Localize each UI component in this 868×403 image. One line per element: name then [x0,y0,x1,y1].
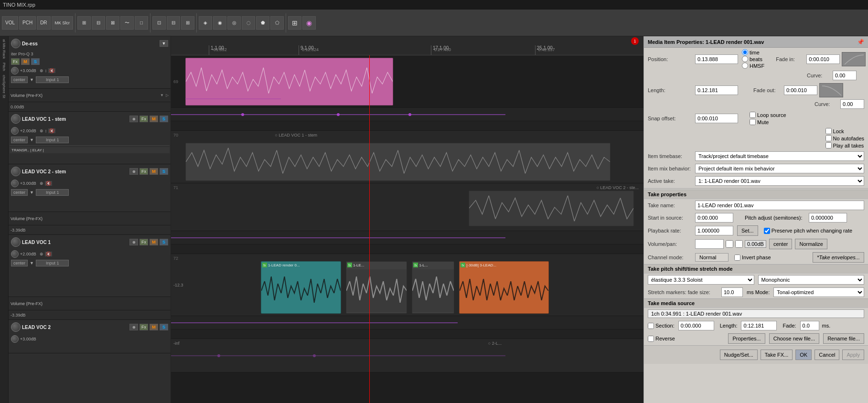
toolbar-vol[interactable]: VOL [2,16,18,30]
clip-lead1stem[interactable] [185,143,611,181]
props-ok-btn[interactable]: OK [795,350,812,360]
clip-lead1-4[interactable]: fx [-30dB] 3-LEAD... [459,261,549,314]
track-row-lead1[interactable]: 72 -12.3 fx 1-LEAD render 0... [171,254,643,316]
sidebar-item-pitch[interactable]: Pitch [1,62,7,72]
toolbar-pch[interactable]: PCH [19,16,36,30]
track-pan-lead2stem[interactable]: center [11,189,28,196]
toolbar-grid[interactable]: ⊞ [288,16,301,30]
toolbar-icon-8[interactable]: ⊞ [181,16,194,30]
track-volume-knob-lead2[interactable] [11,335,19,343]
track-btn-m-lead1stem[interactable]: M [150,116,158,122]
track-btn-fx-lead1[interactable]: Fx [139,239,148,245]
track-input-lead1[interactable]: Input 1 [36,260,69,266]
props-elastique-select[interactable]: élastique 3.3.3 Soloist [648,275,754,285]
toolbar-icon-5[interactable]: □ [135,16,148,30]
toolbar-icon-9[interactable]: ◈ [199,16,212,30]
props-monophonic-select[interactable]: Monophonic [758,275,865,285]
props-section-fade-input[interactable] [800,321,819,330]
toolbar-dr[interactable]: DR [37,16,50,30]
props-properties-btn[interactable]: Properties... [728,333,765,344]
clip-lead2stem[interactable] [469,191,634,226]
props-volume-input[interactable] [695,239,724,249]
track-btn-m-lead2stem[interactable]: M [150,168,158,175]
track-btn-s-lead1stem[interactable]: S [160,116,168,122]
track-knob-lead2stem[interactable] [11,167,21,176]
props-cb-loop[interactable]: Loop source [750,112,786,118]
props-fadein-input[interactable] [806,54,840,64]
props-normalize-btn[interactable]: Normalize [795,239,827,249]
toolbar-icon-11[interactable]: ◎ [227,16,241,30]
track-expand-lead2[interactable]: ⊕ [129,324,138,330]
props-section-length-input[interactable] [741,321,777,330]
clip-lead1-2[interactable]: fx 1-LE... [346,261,407,314]
toolbar-color-wheel[interactable]: ◉ [302,16,316,30]
track-expand-lead2stem[interactable]: ⊕ [129,168,138,175]
toolbar-icon-7[interactable]: ⊟ [167,16,180,30]
props-pin-icon[interactable]: 📌 [857,39,864,45]
toolbar-icon-4[interactable]: 〜 [120,16,134,30]
track-volume-knob-lead1[interactable] [11,250,19,258]
props-startsource-input[interactable] [695,213,733,223]
props-radio-time[interactable]: time [742,49,764,55]
props-stretch-input[interactable] [721,287,743,297]
track-pan-lead1stem[interactable]: center [11,137,28,143]
sidebar-item-mix-rack[interactable]: al Mix Rack [1,38,7,60]
props-position-input[interactable] [695,54,738,64]
props-cb-noautofades[interactable]: No autofades [825,135,864,141]
props-takename-input[interactable] [695,201,864,210]
props-activetake-select[interactable]: 1: 1-LEAD render 001.wav [695,176,864,186]
toolbar-icon-2[interactable]: ⊟ [92,16,105,30]
props-cb-lock[interactable]: Lock [825,128,864,134]
props-fadein-curve-input[interactable] [833,71,857,80]
track-btn-fx-deess[interactable]: Fx [11,58,20,65]
track-btn-m-lead1[interactable]: M [150,239,158,245]
track-knob-deess[interactable] [11,39,21,48]
props-rename-file-btn[interactable]: Rename file... [823,333,864,344]
props-center-btn[interactable]: center [769,239,793,249]
track-mute-lead1stem[interactable]: 🔇 [48,128,55,133]
track-volume-knob-lead2stem[interactable] [11,180,19,187]
track-row-lead1stem[interactable]: 70 ○ LEAD VOC 1 - stem [171,131,643,183]
arrange-content[interactable]: 69 [171,55,643,403]
track-pan-lead1[interactable]: center [11,260,28,266]
track-volume-knob-deess[interactable] [11,67,19,74]
track-pan-deess[interactable]: center [11,76,28,83]
track-row-lead2[interactable]: -inf ○ 2-L... [171,339,643,372]
toolbar-icon-13[interactable]: ⬟ [256,16,269,30]
track-row-volume-2[interactable] [171,231,643,244]
sidebar-item-chosphere[interactable]: choSphere St [1,74,7,99]
clip-lead1-1[interactable]: fx 1-LEAD render 0... [261,261,341,314]
props-cb-mute[interactable]: Mute [750,119,786,125]
track-input-lead1stem[interactable]: Input 1 [36,137,69,143]
props-section-start-input[interactable] [678,321,714,330]
track-mute-lead2stem[interactable]: 🔇 [45,181,52,186]
track-btn-s-lead2[interactable]: S [160,324,168,330]
props-length-input[interactable] [695,85,738,95]
props-pitchadjust-input[interactable] [809,213,847,223]
props-cb-playalltakes[interactable]: Play all takes [825,142,864,148]
track-expand-lead1[interactable]: ⊕ [129,239,138,245]
props-apply-btn[interactable]: Apply [842,350,864,360]
props-cb-reverse[interactable]: Reverse [648,336,675,342]
track-expand-deess[interactable]: ▼ [160,40,168,47]
props-stretch-mode-select[interactable]: Tonal-optimized [773,287,864,297]
track-row-volume-3[interactable] [171,316,643,329]
track-row-deess[interactable]: 69 [171,55,643,108]
toolbar-icon-10[interactable]: ◉ [213,16,226,30]
toolbar-icon-12[interactable]: ◌ [242,16,255,30]
track-expand-lead1stem[interactable]: ⊕ [129,116,138,122]
track-btn-fx-lead2[interactable]: Fx [139,324,148,330]
toolbar-icon-6[interactable]: ⊡ [152,16,166,30]
props-mixbehavior-select[interactable]: Project default item mix behavior [695,164,864,173]
props-radio-beats[interactable]: beats [742,56,764,62]
props-radio-hmsf[interactable]: HMSF [742,63,764,69]
props-cb-invertphase[interactable]: Invert phase [734,255,771,261]
track-input-lead2stem[interactable]: Input 1 [36,189,69,196]
props-set-btn[interactable]: Set... [737,225,758,236]
toolbar-mk-slcr[interactable]: MK Slcr [52,16,74,30]
track-input-deess[interactable]: Input 1 [36,76,69,83]
props-playbackrate-input[interactable] [695,226,733,235]
props-volume-check1[interactable] [726,239,733,249]
props-fadeout-curve-input[interactable] [840,99,864,109]
track-knob-lead2[interactable] [11,322,21,332]
